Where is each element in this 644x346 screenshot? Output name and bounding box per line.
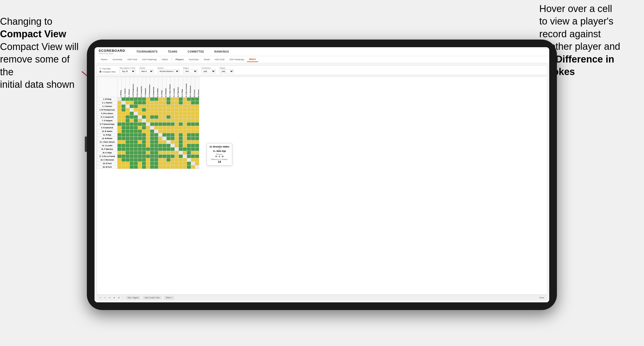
matrix-cell-11-7[interactable] (146, 137, 150, 140)
players-select[interactable]: (All) (220, 69, 234, 73)
region-select[interactable]: N/A (183, 69, 197, 73)
matrix-cell-19-8[interactable] (150, 165, 154, 169)
matrix-cell-8-17[interactable] (187, 126, 191, 130)
matrix-cell-2-15[interactable] (179, 105, 183, 108)
sub-nav-h2h-grid2[interactable]: H2H Grid (213, 57, 227, 62)
matrix-cell-4-16[interactable] (183, 112, 187, 115)
matrix-cell-10-14[interactable] (175, 133, 179, 137)
matrix-cell-1-12[interactable] (167, 101, 171, 105)
matrix-cell-5-16[interactable] (183, 115, 187, 119)
conference-select[interactable]: (All) (202, 69, 216, 73)
matrix-cell-2-19[interactable] (195, 105, 199, 108)
matrix-cell-14-16[interactable] (183, 147, 187, 151)
matrix-cell-1-14[interactable] (175, 101, 179, 105)
matrix-cell-12-10[interactable] (158, 140, 162, 144)
matrix-cell-17-13[interactable] (171, 158, 175, 162)
matrix-cell-1-10[interactable] (158, 101, 162, 105)
matrix-cell-6-7[interactable] (146, 119, 150, 122)
matrix-cell-11-9[interactable] (154, 137, 158, 140)
matrix-cell-13-6[interactable] (142, 144, 146, 147)
matrix-cell-12-15[interactable] (179, 140, 183, 144)
matrix-cell-11-2[interactable] (126, 137, 130, 140)
watch-btn[interactable]: Watch ▾ (164, 296, 174, 299)
matrix-cell-4-2[interactable] (126, 112, 130, 115)
matrix-cell-5-17[interactable] (187, 115, 191, 119)
matrix-cell-11-17[interactable] (187, 137, 191, 140)
matrix-cell-1-15[interactable] (179, 101, 183, 105)
matrix-cell-0-2[interactable] (126, 97, 130, 101)
matrix-cell-0-17[interactable] (187, 97, 191, 101)
matrix-cell-12-19[interactable] (195, 140, 199, 144)
matrix-cell-12-0[interactable] (118, 140, 122, 144)
matrix-cell-4-11[interactable] (162, 112, 167, 115)
matrix-cell-14-13[interactable] (171, 147, 175, 151)
matrix-cell-6-1[interactable] (122, 119, 126, 122)
matrix-cell-13-10[interactable] (158, 144, 162, 147)
matrix-cell-14-7[interactable] (146, 147, 150, 151)
matrix-cell-17-11[interactable] (162, 158, 167, 162)
matrix-cell-16-0[interactable] (118, 155, 122, 158)
matrix-cell-14-1[interactable] (122, 147, 126, 151)
matrix-cell-2-3[interactable] (130, 105, 134, 108)
matrix-cell-4-7[interactable] (146, 112, 150, 115)
matrix-cell-12-1[interactable] (122, 140, 126, 144)
matrix-cell-10-0[interactable] (118, 133, 122, 137)
matrix-cell-5-18[interactable] (191, 115, 195, 119)
matrix-cell-0-1[interactable] (122, 97, 126, 101)
matrix-cell-0-8[interactable] (150, 97, 154, 101)
matrix-cell-8-0[interactable] (118, 126, 122, 130)
matrix-cell-0-18[interactable] (191, 97, 195, 101)
matrix-cell-16-18[interactable] (191, 155, 195, 158)
matrix-cell-17-3[interactable] (130, 158, 134, 162)
matrix-cell-11-6[interactable] (142, 137, 146, 140)
matrix-cell-5-1[interactable] (122, 115, 126, 119)
matrix-cell-15-0[interactable] (118, 151, 122, 155)
matrix-cell-2-18[interactable] (191, 105, 195, 108)
sub-nav-matrix1[interactable]: Matrix (160, 57, 170, 62)
matrix-cell-10-2[interactable] (126, 133, 130, 137)
matrix-cell-1-9[interactable] (154, 101, 158, 105)
matrix-cell-18-10[interactable] (158, 162, 162, 165)
matrix-cell-9-11[interactable] (162, 130, 167, 133)
matrix-cell-3-8[interactable] (150, 108, 154, 112)
sub-nav-teams[interactable]: Teams (99, 57, 110, 62)
matrix-cell-7-7[interactable] (146, 122, 150, 126)
matrix-cell-14-9[interactable] (154, 147, 158, 151)
sub-nav-summary1[interactable]: Summary (111, 57, 125, 62)
matrix-cell-13-9[interactable] (154, 144, 158, 147)
matrix-cell-19-14[interactable] (175, 165, 179, 169)
matrix-cell-5-19[interactable] (195, 115, 199, 119)
matrix-cell-11-8[interactable] (150, 137, 154, 140)
matrix-cell-18-13[interactable] (171, 162, 175, 165)
matrix-cell-17-10[interactable] (158, 158, 162, 162)
matrix-cell-0-7[interactable] (146, 97, 150, 101)
undo-btn[interactable]: ↩ (100, 297, 101, 299)
matrix-cell-8-5[interactable] (138, 126, 142, 130)
matrix-cell-10-19[interactable] (195, 133, 199, 137)
matrix-cell-18-9[interactable] (154, 162, 158, 165)
matrix-cell-14-4[interactable] (134, 147, 138, 151)
matrix-cell-12-18[interactable] (191, 140, 195, 144)
matrix-cell-1-6[interactable] (142, 101, 146, 105)
matrix-cell-1-7[interactable] (146, 101, 150, 105)
matrix-cell-18-6[interactable] (142, 162, 146, 165)
matrix-cell-9-17[interactable] (187, 130, 191, 133)
matrix-cell-4-19[interactable] (195, 112, 199, 115)
matrix-cell-13-14[interactable] (175, 144, 179, 147)
matrix-cell-15-15[interactable] (179, 151, 183, 155)
sub-nav-h2h-heatmap2[interactable]: H2H Heatmap (227, 57, 246, 62)
matrix-cell-5-7[interactable] (146, 115, 150, 119)
matrix-cell-4-12[interactable] (167, 112, 171, 115)
matrix-cell-8-10[interactable] (158, 126, 162, 130)
nav-rankings[interactable]: RANKINGS (212, 49, 231, 54)
matrix-cell-10-10[interactable] (158, 133, 162, 137)
matrix-cell-7-9[interactable] (154, 122, 158, 126)
matrix-cell-4-10[interactable] (158, 112, 162, 115)
matrix-cell-1-11[interactable] (162, 101, 167, 105)
matrix-cell-1-2[interactable] (126, 101, 130, 105)
matrix-cell-9-10[interactable] (158, 130, 162, 133)
matrix-cell-19-11[interactable] (162, 165, 167, 169)
matrix-cell-1-18[interactable] (191, 101, 195, 105)
matrix-cell-6-0[interactable] (118, 119, 122, 122)
matrix-cell-7-6[interactable] (142, 122, 146, 126)
